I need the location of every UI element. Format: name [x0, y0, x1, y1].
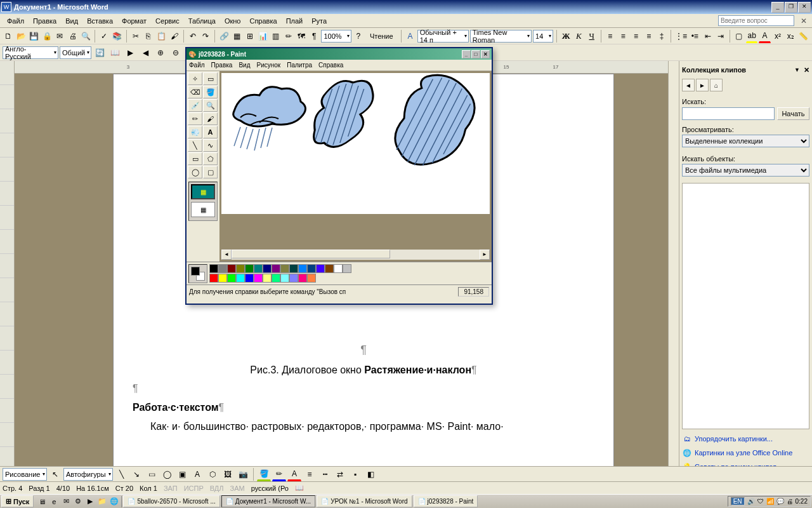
3d-icon[interactable]: ◧ [363, 467, 377, 481]
select-objects-icon[interactable]: ↖ [48, 467, 62, 481]
fill-icon[interactable]: 🪣 [203, 86, 218, 98]
paint-min-button[interactable]: _ [462, 50, 471, 58]
current-colors[interactable] [188, 264, 207, 283]
menu-tools[interactable]: Сервис [151, 16, 184, 26]
color-swatch[interactable] [263, 264, 272, 273]
tray-icon-5[interactable]: 🖨 [787, 498, 793, 505]
dash-style-icon[interactable]: ┅ [318, 467, 332, 481]
hyperlink-icon[interactable]: 🔗 [218, 29, 230, 43]
picture-icon[interactable]: 📷 [236, 467, 250, 481]
open-icon[interactable]: 📂 [15, 29, 27, 43]
color-swatch[interactable] [325, 264, 334, 273]
restore-button[interactable]: ❐ [785, 2, 797, 13]
print-preview-icon[interactable]: 🔍 [80, 29, 91, 43]
draw-arrow-icon[interactable]: ↘ [129, 467, 143, 481]
color-swatch[interactable] [227, 274, 236, 283]
paint-window[interactable]: 🎨 j0293828 - Paint _ □ ✕ Файл Правка Вид… [185, 47, 493, 305]
xlat-icon-3[interactable]: ▶ [123, 46, 137, 60]
taskbar-button[interactable]: 📄j0293828 - Paint [414, 495, 478, 507]
copy-icon[interactable]: ⎘ [143, 29, 154, 43]
menu-table[interactable]: Таблица [184, 16, 220, 26]
color-swatch[interactable] [280, 274, 289, 283]
rect-select-icon[interactable]: ▭ [203, 72, 218, 85]
pane-fwd-icon[interactable]: ► [696, 79, 709, 91]
ql-app2-icon[interactable]: ▶ [84, 496, 96, 507]
freeform-select-icon[interactable]: ✧ [188, 72, 202, 85]
text-icon[interactable]: A [203, 126, 218, 138]
paint-max-button[interactable]: □ [471, 50, 480, 58]
new-doc-icon[interactable]: 🗋 [3, 29, 14, 43]
format-painter-icon[interactable]: 🖌 [168, 29, 180, 43]
docmap-icon[interactable]: 🗺 [296, 29, 307, 43]
paint-hscrollbar[interactable]: ◄ ► [221, 250, 490, 260]
tray-icon-4[interactable]: 💬 [776, 498, 784, 505]
bullets-icon[interactable]: •≡ [689, 29, 700, 43]
line-icon[interactable]: ╲ [188, 139, 202, 152]
doc-close-icon[interactable]: ✕ [798, 17, 809, 25]
tray-icon-1[interactable]: 🔊 [747, 498, 755, 505]
taskbar-button[interactable]: 📄Документ1 - Microsoft W... [221, 495, 315, 507]
excel-icon[interactable]: 📊 [257, 29, 268, 43]
print-icon[interactable]: 🖨 [67, 29, 79, 43]
brush-icon[interactable]: 🖌 [203, 112, 218, 125]
cut-icon[interactable]: ✂ [129, 29, 141, 43]
airbrush-icon[interactable]: 💨 [188, 126, 202, 138]
italic-button[interactable]: К [573, 29, 584, 43]
draw-oval-icon[interactable]: ◯ [160, 467, 174, 481]
color-swatch[interactable] [209, 274, 218, 283]
color-swatch[interactable] [263, 274, 272, 283]
numbering-icon[interactable]: ⋮≡ [674, 29, 688, 43]
xlat-icon-5[interactable]: ⊕ [154, 46, 167, 60]
read-mode-button[interactable]: Чтение [365, 29, 398, 43]
scroll-right-icon[interactable]: ► [480, 250, 490, 260]
types-select[interactable]: Все файлы мультимедиа [682, 164, 809, 177]
zoom-combo[interactable]: 100% [321, 30, 351, 43]
paint-menu-file[interactable]: Файл [189, 62, 205, 69]
style-combo[interactable]: Обычный + 14 п [417, 30, 469, 43]
highlight-icon[interactable]: ab [746, 29, 757, 43]
textbox-icon[interactable]: ▣ [175, 467, 189, 481]
minimize-button[interactable]: _ [771, 2, 784, 13]
dict-icon[interactable]: 📖 [108, 46, 122, 60]
fill-color-icon[interactable]: 🪣 [257, 467, 271, 481]
color-swatch[interactable] [209, 264, 218, 273]
ql-ie-icon[interactable]: e [48, 496, 60, 507]
clipart-icon[interactable]: 🖼 [221, 467, 235, 481]
color-swatch[interactable] [218, 264, 227, 273]
wordart-icon[interactable]: A [190, 467, 204, 481]
paint-menu-view[interactable]: Вид [239, 62, 250, 69]
color-swatch[interactable] [254, 264, 263, 273]
color-swatch[interactable] [334, 264, 343, 273]
justify-icon[interactable]: ≡ [643, 29, 655, 43]
pane-home-icon[interactable]: ⌂ [710, 79, 723, 91]
superscript-icon[interactable]: x² [772, 29, 783, 43]
ruler-icon[interactable]: 📏 [797, 29, 809, 43]
tray-clock[interactable]: 0:22 [796, 498, 808, 505]
draw-line-icon[interactable]: ╲ [114, 467, 128, 481]
clipart-search-input[interactable] [682, 107, 775, 120]
color-swatch[interactable] [307, 274, 316, 283]
borders-icon[interactable]: ▢ [733, 29, 745, 43]
insert-table-icon[interactable]: ⊞ [244, 29, 256, 43]
color-swatch[interactable] [289, 274, 298, 283]
line-style-icon[interactable]: ≡ [303, 467, 317, 481]
paint-menu-palette[interactable]: Палитра [287, 62, 312, 69]
undo-icon[interactable]: ↶ [187, 29, 199, 43]
tool-options[interactable]: ▦ ▦ [188, 182, 218, 221]
columns-icon[interactable]: ▥ [270, 29, 281, 43]
polygon-icon[interactable]: ⬠ [203, 152, 218, 165]
ql-app3-icon[interactable]: 📁 [96, 496, 108, 507]
increase-indent-icon[interactable]: ⇥ [715, 29, 726, 43]
paint-titlebar[interactable]: 🎨 j0293828 - Paint _ □ ✕ [187, 48, 492, 60]
drawing-icon[interactable]: ✏ [283, 29, 294, 43]
color-swatch[interactable] [245, 274, 254, 283]
color-swatch[interactable] [298, 274, 307, 283]
office-online-link[interactable]: 🌐Картинки на узле Office Online [682, 446, 809, 460]
color-swatch[interactable] [236, 274, 245, 283]
taskbar-button[interactable]: 📄5ballov-26570 - Microsoft ... [123, 495, 219, 507]
arrow-style-icon[interactable]: ⇄ [333, 467, 347, 481]
font-combo[interactable]: Times New Roman [470, 30, 532, 43]
menu-file[interactable]: Файл [3, 16, 29, 26]
pane-back-icon[interactable]: ◄ [682, 79, 695, 91]
magnifier-icon[interactable]: 🔍 [203, 99, 218, 112]
